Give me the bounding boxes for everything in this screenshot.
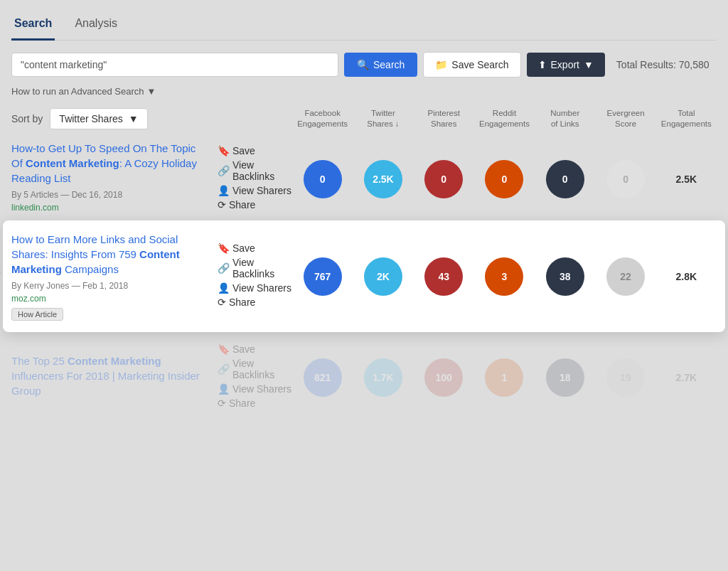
- metric-evergreen-1: 0: [595, 160, 655, 198]
- folder-icon: 📁: [435, 59, 447, 70]
- action-save-2[interactable]: 🔖 Save: [218, 242, 292, 254]
- advanced-search-link[interactable]: How to run an Advanced Search ▼: [11, 86, 717, 97]
- bookmark-icon: 🔖: [218, 343, 230, 355]
- article-3-metrics: 821 1.7K 100 1: [292, 358, 717, 397]
- article-1-title[interactable]: How-to Get Up To Speed On The Topic Of C…: [11, 141, 209, 186]
- metric-facebook-1: 0: [292, 160, 353, 198]
- article-2-info: How to Earn More Links and Social Shares…: [11, 232, 218, 321]
- action-sharers-3[interactable]: 👤 View Sharers: [218, 383, 292, 395]
- metric-pinterest-3: 100: [414, 358, 474, 397]
- metric-facebook-2: 767: [292, 257, 353, 296]
- bookmark-icon: 🔖: [218, 145, 230, 156]
- share-icon: ⟳: [218, 397, 226, 409]
- users-icon: 👤: [218, 185, 230, 196]
- metric-facebook-3: 821: [292, 358, 353, 397]
- metric-links-2: 38: [535, 257, 595, 296]
- bookmark-icon: 🔖: [218, 242, 230, 254]
- col-header-pinterest: PinterestShares: [414, 108, 474, 129]
- export-icon: ⬆: [538, 59, 547, 70]
- col-header-twitter: TwitterShares ↓: [353, 108, 413, 129]
- action-share-3[interactable]: ⟳ Share: [218, 397, 292, 409]
- metric-twitter-2: 2K: [353, 257, 413, 296]
- users-icon: 👤: [218, 383, 230, 395]
- article-3-actions: 🔖 Save 🔗 View Backlinks 👤 View Sharers ⟳…: [218, 343, 292, 412]
- metric-pinterest-1: 0: [414, 160, 474, 198]
- article-1-actions: 🔖 Save 🔗 View Backlinks 👤 View Sharers ⟳…: [218, 145, 292, 213]
- article-2-source[interactable]: moz.com: [11, 294, 209, 304]
- sort-by-label: Sort by: [11, 113, 43, 124]
- metric-total-1: 2.5K: [656, 174, 717, 185]
- action-share-1[interactable]: ⟳ Share: [218, 199, 292, 210]
- share-icon: ⟳: [218, 199, 226, 210]
- share-icon: ⟳: [218, 297, 226, 308]
- export-button[interactable]: ⬆ Export ▼: [527, 53, 605, 77]
- col-header-total: TotalEngagements: [656, 108, 717, 129]
- tab-search[interactable]: Search: [11, 11, 55, 41]
- search-icon: 🔍: [357, 59, 369, 70]
- metric-twitter-1: 2.5K: [353, 160, 413, 198]
- metric-twitter-3: 1.7K: [353, 358, 413, 397]
- metric-links-1: 0: [535, 160, 595, 198]
- action-save-1[interactable]: 🔖 Save: [218, 145, 292, 156]
- article-2-data: 🔖 Save 🔗 View Backlinks 👤 View Sharers: [218, 242, 717, 311]
- metric-reddit-2: 3: [474, 257, 535, 296]
- article-row-2: How to Earn More Links and Social Shares…: [3, 220, 725, 332]
- link-icon: 🔗: [218, 262, 230, 274]
- chevron-down-icon: ▼: [584, 59, 594, 70]
- action-sharers-1[interactable]: 👤 View Sharers: [218, 185, 292, 196]
- search-bar-row: 🔍 Search 📁 Save Search ⬆ Export ▼ Total …: [11, 52, 717, 78]
- action-share-2[interactable]: ⟳ Share: [218, 297, 292, 308]
- search-input[interactable]: [21, 59, 329, 70]
- article-1-meta: By 5 Articles — Dec 16, 2018: [11, 190, 209, 200]
- metric-evergreen-3: 19: [595, 358, 655, 397]
- col-header-reddit: RedditEngagements: [474, 108, 535, 129]
- tabs-bar: Search Analysis: [11, 11, 717, 41]
- article-2-title[interactable]: How to Earn More Links and Social Shares…: [11, 232, 209, 277]
- metric-reddit-3: 1: [474, 358, 535, 397]
- article-1-data: 🔖 Save 🔗 View Backlinks 👤 View Sharers ⟳…: [218, 145, 717, 213]
- action-save-3[interactable]: 🔖 Save: [218, 343, 292, 355]
- action-backlinks-1[interactable]: 🔗 View Backlinks: [218, 159, 292, 182]
- search-input-wrapper: [11, 53, 338, 77]
- link-icon: 🔗: [218, 165, 230, 176]
- col-header-evergreen: EvergreenScore: [595, 108, 655, 129]
- metric-links-3: 18: [535, 358, 595, 397]
- metric-reddit-1: 0: [474, 160, 535, 198]
- total-results: Total Results: 70,580: [616, 59, 710, 70]
- article-3-data: 🔖 Save 🔗 View Backlinks 👤 View Sharers ⟳…: [218, 343, 717, 412]
- action-sharers-2[interactable]: 👤 View Sharers: [218, 282, 292, 294]
- article-3-info: The Top 25 Content Marketing Influencers…: [11, 353, 218, 402]
- action-backlinks-2[interactable]: 🔗 View Backlinks: [218, 257, 292, 279]
- article-1-info: How-to Get Up To Speed On The Topic Of C…: [11, 141, 218, 217]
- metric-total-2: 2.8K: [656, 271, 717, 282]
- metric-pinterest-2: 43: [414, 257, 474, 296]
- action-backlinks-3[interactable]: 🔗 View Backlinks: [218, 358, 292, 380]
- metric-evergreen-2: 22: [595, 257, 655, 296]
- col-header-links: Numberof Links: [535, 108, 595, 129]
- article-row-3: The Top 25 Content Marketing Influencers…: [11, 335, 717, 421]
- users-icon: 👤: [218, 282, 230, 294]
- link-icon: 🔗: [218, 363, 230, 375]
- col-header-facebook: FacebookEngagements: [292, 108, 353, 129]
- article-2-actions: 🔖 Save 🔗 View Backlinks 👤 View Sharers: [218, 242, 292, 311]
- chevron-down-icon: ▼: [146, 86, 156, 97]
- tab-analysis[interactable]: Analysis: [72, 11, 120, 41]
- article-1-metrics: 0 2.5K 0 0: [292, 160, 717, 198]
- metric-total-3: 2.7K: [656, 372, 717, 383]
- search-button[interactable]: 🔍 Search: [344, 53, 417, 77]
- article-row-1: How-to Get Up To Speed On The Topic Of C…: [11, 132, 717, 226]
- sort-dropdown[interactable]: Twitter Shares ▼: [50, 108, 147, 129]
- article-2-metrics: 767 2K 43: [292, 257, 717, 296]
- article-1-source[interactable]: linkedin.com: [11, 203, 209, 213]
- save-search-button[interactable]: 📁 Save Search: [423, 52, 520, 78]
- article-2-tag: How Article: [11, 308, 63, 321]
- article-2-meta: By Kerry Jones — Feb 1, 2018: [11, 281, 209, 291]
- article-3-title[interactable]: The Top 25 Content Marketing Influencers…: [11, 353, 209, 398]
- chevron-down-icon: ▼: [129, 113, 139, 124]
